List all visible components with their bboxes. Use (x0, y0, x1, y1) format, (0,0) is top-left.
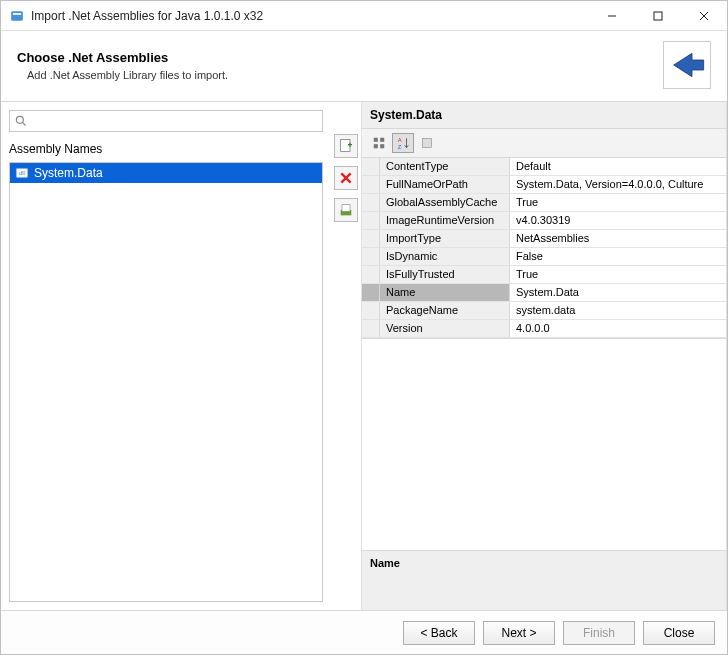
svg-text:dll: dll (19, 170, 25, 176)
window-title: Import .Net Assemblies for Java 1.0.1.0 … (31, 9, 589, 23)
svg-rect-15 (380, 138, 384, 142)
finish-button[interactable]: Finish (563, 621, 635, 645)
assembly-list[interactable]: dll System.Data (9, 162, 323, 602)
left-pane: Assembly Names dll System.Data (1, 102, 331, 610)
property-row[interactable]: IsFullyTrustedTrue (362, 266, 726, 284)
back-button[interactable]: < Back (403, 621, 475, 645)
svg-rect-14 (374, 138, 378, 142)
maximize-button[interactable] (635, 1, 681, 30)
svg-rect-3 (654, 12, 662, 20)
property-value[interactable]: System.Data (510, 284, 726, 301)
row-gutter (362, 176, 380, 193)
row-gutter (362, 212, 380, 229)
detail-title: System.Data (362, 102, 726, 129)
row-gutter (362, 284, 380, 301)
property-name: ImageRuntimeVersion (380, 212, 510, 229)
svg-text:Z: Z (398, 144, 402, 150)
assembly-item[interactable]: dll System.Data (10, 163, 322, 183)
banner-heading: Choose .Net Assemblies (17, 50, 663, 65)
description-name: Name (370, 557, 718, 569)
svg-rect-20 (422, 138, 431, 147)
property-name: GlobalAssemblyCache (380, 194, 510, 211)
property-name: IsDynamic (380, 248, 510, 265)
content-area: Assembly Names dll System.Data System.Da… (1, 102, 727, 610)
property-grid-empty (362, 339, 726, 550)
categorized-icon[interactable] (368, 133, 390, 153)
property-row[interactable]: ImportTypeNetAssemblies (362, 230, 726, 248)
action-toolbar (331, 102, 361, 610)
svg-rect-13 (342, 205, 350, 212)
window-controls (589, 1, 727, 30)
row-gutter (362, 302, 380, 319)
property-toolbar: AZ (362, 129, 726, 158)
svg-rect-16 (374, 144, 378, 148)
wizard-footer: < Back Next > Finish Close (1, 610, 727, 654)
assembly-icon: dll (14, 165, 30, 181)
remove-button[interactable] (334, 166, 358, 190)
property-value[interactable]: System.Data, Version=4.0.0.0, Culture (510, 176, 726, 193)
property-name: Name (380, 284, 510, 301)
property-value[interactable]: system.data (510, 302, 726, 319)
row-gutter (362, 194, 380, 211)
search-input[interactable] (9, 110, 323, 132)
export-button[interactable] (334, 198, 358, 222)
titlebar: Import .Net Assemblies for Java 1.0.1.0 … (1, 1, 727, 31)
property-grid[interactable]: ContentTypeDefaultFullNameOrPathSystem.D… (362, 158, 726, 339)
property-value[interactable]: NetAssemblies (510, 230, 726, 247)
svg-rect-17 (380, 144, 384, 148)
close-window-button[interactable] (681, 1, 727, 30)
add-button[interactable] (334, 134, 358, 158)
property-name: FullNameOrPath (380, 176, 510, 193)
property-row[interactable]: GlobalAssemblyCacheTrue (362, 194, 726, 212)
next-button[interactable]: Next > (483, 621, 555, 645)
property-row[interactable]: FullNameOrPathSystem.Data, Version=4.0.0… (362, 176, 726, 194)
wizard-banner: Choose .Net Assemblies Add .Net Assembly… (1, 31, 727, 102)
property-row[interactable]: Version4.0.0.0 (362, 320, 726, 338)
property-value[interactable]: Default (510, 158, 726, 175)
property-row[interactable]: ContentTypeDefault (362, 158, 726, 176)
property-value[interactable]: True (510, 194, 726, 211)
row-gutter (362, 320, 380, 337)
app-icon (9, 8, 25, 24)
row-gutter (362, 266, 380, 283)
property-name: IsFullyTrusted (380, 266, 510, 283)
property-name: ImportType (380, 230, 510, 247)
close-button[interactable]: Close (643, 621, 715, 645)
svg-marker-6 (674, 53, 704, 76)
row-gutter (362, 158, 380, 175)
row-gutter (362, 230, 380, 247)
property-value[interactable]: v4.0.30319 (510, 212, 726, 229)
assembly-list-label: Assembly Names (9, 142, 323, 156)
minimize-button[interactable] (589, 1, 635, 30)
row-gutter (362, 248, 380, 265)
property-row[interactable]: NameSystem.Data (362, 284, 726, 302)
svg-rect-1 (13, 13, 21, 15)
property-row[interactable]: PackageNamesystem.data (362, 302, 726, 320)
property-value[interactable]: True (510, 266, 726, 283)
property-pages-icon[interactable] (416, 133, 438, 153)
description-panel: Name (362, 550, 726, 610)
property-name: Version (380, 320, 510, 337)
right-pane: System.Data AZ ContentTypeDefaultFullNam… (361, 102, 727, 610)
banner-subheading: Add .Net Assembly Library files to impor… (27, 69, 663, 81)
banner-icon (663, 41, 711, 89)
property-row[interactable]: ImageRuntimeVersionv4.0.30319 (362, 212, 726, 230)
svg-text:A: A (398, 137, 402, 143)
alphabetical-icon[interactable]: AZ (392, 133, 414, 153)
property-name: PackageName (380, 302, 510, 319)
property-row[interactable]: IsDynamicFalse (362, 248, 726, 266)
assembly-item-label: System.Data (34, 166, 103, 180)
svg-rect-0 (11, 11, 23, 20)
property-value[interactable]: 4.0.0.0 (510, 320, 726, 337)
property-name: ContentType (380, 158, 510, 175)
property-value[interactable]: False (510, 248, 726, 265)
